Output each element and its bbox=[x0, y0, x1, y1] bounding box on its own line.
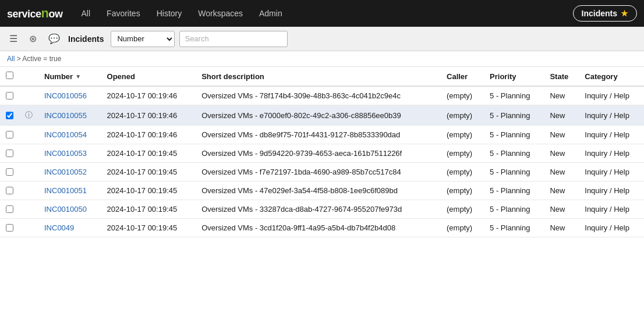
row-checkbox[interactable] bbox=[6, 168, 13, 176]
row-short-desc: Oversized VMs - 33287dca-d8ab-4727-9674-… bbox=[196, 200, 441, 219]
row-priority: 5 - Planning bbox=[484, 86, 544, 105]
row-checkbox-cell[interactable] bbox=[0, 163, 19, 182]
row-checkbox-cell[interactable] bbox=[0, 105, 19, 126]
table-row: INC0010054 2024-10-17 00:19:46 Oversized… bbox=[0, 126, 644, 144]
row-checkbox-cell[interactable] bbox=[0, 144, 19, 163]
sort-arrow-icon: ▼ bbox=[75, 73, 81, 80]
row-number[interactable]: INC0010053 bbox=[38, 144, 101, 163]
star-icon: ★ bbox=[621, 9, 628, 18]
row-checkbox[interactable] bbox=[6, 205, 13, 213]
badge-label: Incidents bbox=[582, 9, 617, 18]
th-short-desc: Short description bbox=[196, 67, 441, 86]
row-info-cell bbox=[19, 219, 38, 237]
select-all-checkbox[interactable] bbox=[6, 72, 13, 79]
row-number[interactable]: INC0010054 bbox=[38, 126, 101, 144]
nav-item-favorites[interactable]: Favorites bbox=[100, 5, 147, 22]
menu-icon[interactable]: ☰ bbox=[6, 31, 21, 47]
breadcrumb-separator: > bbox=[15, 55, 22, 63]
row-category: Inquiry / Help bbox=[579, 105, 644, 126]
row-caller: (empty) bbox=[441, 144, 484, 163]
incident-link[interactable]: INC0010053 bbox=[44, 149, 87, 158]
nav-item-history[interactable]: History bbox=[150, 5, 189, 22]
row-info-cell bbox=[19, 86, 38, 105]
row-checkbox[interactable] bbox=[6, 187, 13, 194]
th-opened: Opened bbox=[101, 67, 196, 86]
row-checkbox-cell[interactable] bbox=[0, 219, 19, 237]
incident-link[interactable]: INC0010056 bbox=[44, 91, 87, 100]
logo-dot: n bbox=[41, 6, 49, 20]
row-checkbox-cell[interactable] bbox=[0, 200, 19, 219]
th-number[interactable]: Number ▼ bbox=[38, 67, 101, 86]
row-caller: (empty) bbox=[441, 200, 484, 219]
row-short-desc: Oversized VMs - 47e029ef-3a54-4f58-b808-… bbox=[196, 182, 441, 200]
row-checkbox[interactable] bbox=[6, 150, 13, 157]
row-opened: 2024-10-17 00:19:46 bbox=[101, 86, 196, 105]
row-checkbox[interactable] bbox=[6, 92, 13, 99]
row-priority: 5 - Planning bbox=[484, 219, 544, 237]
search-input[interactable] bbox=[179, 31, 288, 47]
row-number[interactable]: INC0010052 bbox=[38, 163, 101, 182]
row-number[interactable]: INC0010056 bbox=[38, 86, 101, 105]
incidents-badge[interactable]: Incidents ★ bbox=[573, 5, 637, 22]
row-category: Inquiry / Help bbox=[579, 219, 644, 237]
row-state: New bbox=[544, 200, 579, 219]
filter-icon[interactable]: ⊛ bbox=[26, 31, 40, 47]
row-short-desc: Oversized VMs - e7000ef0-802c-49c2-a306-… bbox=[196, 105, 441, 126]
row-category: Inquiry / Help bbox=[579, 163, 644, 182]
row-short-desc: Oversized VMs - f7e72197-1bda-4690-a989-… bbox=[196, 163, 441, 182]
row-info-cell bbox=[19, 126, 38, 144]
row-opened: 2024-10-17 00:19:46 bbox=[101, 126, 196, 144]
th-info bbox=[19, 67, 38, 86]
incidents-table-container: Number ▼ Opened Short description Caller… bbox=[0, 67, 644, 237]
row-opened: 2024-10-17 00:19:45 bbox=[101, 182, 196, 200]
breadcrumb-all[interactable]: All bbox=[7, 55, 15, 63]
row-category: Inquiry / Help bbox=[579, 86, 644, 105]
logo[interactable]: servicenow bbox=[7, 6, 63, 21]
row-state: New bbox=[544, 144, 579, 163]
row-priority: 5 - Planning bbox=[484, 105, 544, 126]
table-row: INC0010051 2024-10-17 00:19:45 Oversized… bbox=[0, 182, 644, 200]
incident-link[interactable]: INC0010055 bbox=[44, 111, 87, 120]
chat-icon[interactable]: 💬 bbox=[45, 31, 63, 47]
incident-link[interactable]: INC0049 bbox=[44, 223, 74, 232]
table-row: INC0010050 2024-10-17 00:19:45 Oversized… bbox=[0, 200, 644, 219]
info-icon[interactable]: ⓘ bbox=[25, 111, 33, 119]
row-checkbox-cell[interactable] bbox=[0, 126, 19, 144]
toolbar: ☰ ⊛ 💬 Incidents Number Caller State Prio… bbox=[0, 27, 644, 51]
row-number[interactable]: INC0010055 bbox=[38, 105, 101, 126]
row-opened: 2024-10-17 00:19:45 bbox=[101, 144, 196, 163]
row-number[interactable]: INC0049 bbox=[38, 219, 101, 237]
nav-item-all[interactable]: All bbox=[75, 5, 98, 22]
incident-link[interactable]: INC0010054 bbox=[44, 130, 87, 139]
toolbar-label: Incidents bbox=[68, 34, 104, 44]
row-checkbox[interactable] bbox=[6, 224, 13, 232]
th-state: State bbox=[544, 67, 579, 86]
row-checkbox[interactable] bbox=[6, 112, 13, 119]
incident-link[interactable]: INC0010051 bbox=[44, 186, 87, 195]
incident-link[interactable]: INC0010052 bbox=[44, 168, 87, 176]
row-checkbox[interactable] bbox=[6, 131, 13, 138]
row-state: New bbox=[544, 182, 579, 200]
row-category: Inquiry / Help bbox=[579, 182, 644, 200]
row-state: New bbox=[544, 126, 579, 144]
row-state: New bbox=[544, 219, 579, 237]
top-navigation: servicenow All Favorites History Workspa… bbox=[0, 0, 644, 27]
row-state: New bbox=[544, 163, 579, 182]
row-short-desc: Oversized VMs - db8e9f75-701f-4431-9127-… bbox=[196, 126, 441, 144]
th-caller: Caller bbox=[441, 67, 484, 86]
table-row: ⓘ INC0010055 2024-10-17 00:19:46 Oversiz… bbox=[0, 105, 644, 126]
row-checkbox-cell[interactable] bbox=[0, 86, 19, 105]
row-number[interactable]: INC0010050 bbox=[38, 200, 101, 219]
row-opened: 2024-10-17 00:19:45 bbox=[101, 200, 196, 219]
incident-link[interactable]: INC0010050 bbox=[44, 205, 87, 214]
row-info-cell bbox=[19, 163, 38, 182]
number-select[interactable]: Number Caller State Priority bbox=[111, 31, 175, 47]
breadcrumb-filter: Active = true bbox=[22, 55, 61, 63]
nav-item-workspaces[interactable]: Workspaces bbox=[191, 5, 250, 22]
row-priority: 5 - Planning bbox=[484, 126, 544, 144]
nav-item-admin[interactable]: Admin bbox=[252, 5, 289, 22]
row-opened: 2024-10-17 00:19:45 bbox=[101, 219, 196, 237]
table-row: INC0010052 2024-10-17 00:19:45 Oversized… bbox=[0, 163, 644, 182]
row-checkbox-cell[interactable] bbox=[0, 182, 19, 200]
row-number[interactable]: INC0010051 bbox=[38, 182, 101, 200]
